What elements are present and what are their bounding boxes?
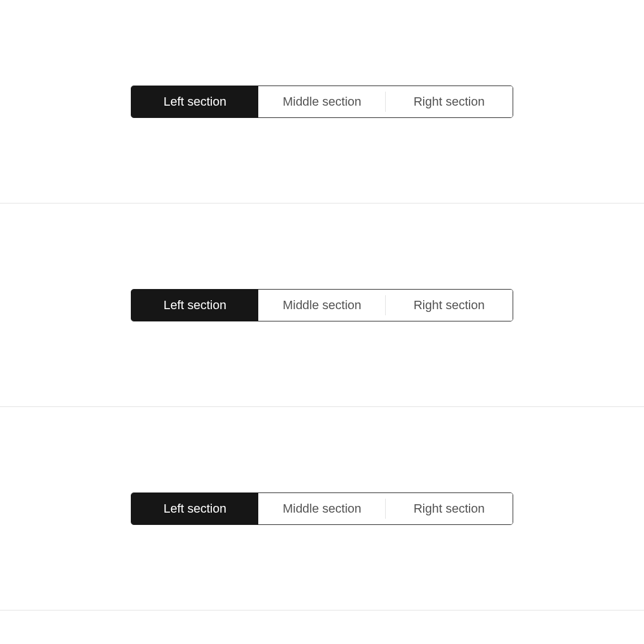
segment-left[interactable]: Left section <box>131 86 258 117</box>
segment-left[interactable]: Left section <box>131 493 258 524</box>
segmented-control: Left section Middle section Right sectio… <box>131 493 513 525</box>
segmented-control: Left section Middle section Right sectio… <box>131 86 513 118</box>
example-section-2: Left section Middle section Right sectio… <box>0 203 644 407</box>
segment-middle[interactable]: Middle section <box>258 86 385 117</box>
segment-right[interactable]: Right section <box>386 290 513 321</box>
segmented-control: Left section Middle section Right sectio… <box>131 289 513 321</box>
example-section-3: Left section Middle section Right sectio… <box>0 407 644 610</box>
example-section-1: Left section Middle section Right sectio… <box>0 0 644 203</box>
segment-left[interactable]: Left section <box>131 290 258 321</box>
segment-middle[interactable]: Middle section <box>258 493 385 524</box>
segment-middle[interactable]: Middle section <box>258 290 385 321</box>
segment-right[interactable]: Right section <box>386 86 513 117</box>
segment-right[interactable]: Right section <box>386 493 513 524</box>
